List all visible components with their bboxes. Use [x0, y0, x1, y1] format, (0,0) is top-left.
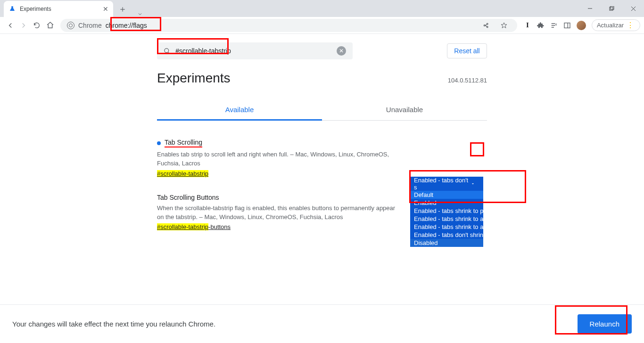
- svg-rect-2: [611, 6, 614, 9]
- flag-anchor-link[interactable]: #scrollable-tabstrip: [157, 170, 208, 177]
- modified-dot-icon: [157, 141, 161, 145]
- reset-all-button[interactable]: Reset all: [447, 43, 487, 58]
- svg-line-8: [168, 52, 170, 54]
- tab-title: Experiments: [20, 6, 51, 12]
- search-icon: [164, 48, 171, 55]
- reading-list-icon[interactable]: [547, 19, 561, 32]
- flag-description: Enables tab strip to scroll left and rig…: [157, 150, 400, 168]
- share-icon[interactable]: [479, 19, 493, 32]
- page-content: #scrollable-tabstrip ✕ Reset all Experim…: [0, 34, 644, 231]
- flag-description: When the scrollable-tabstrip flag is ena…: [157, 204, 400, 222]
- select-dropdown: Default Enabled Enabled - tabs shrink to…: [410, 191, 483, 247]
- select-option[interactable]: Disabled: [410, 239, 483, 247]
- chevron-down-icon: [471, 181, 479, 186]
- svg-rect-1: [610, 7, 613, 10]
- version-label: 104.0.5112.81: [448, 77, 487, 84]
- window-controls: [579, 0, 644, 17]
- select-option[interactable]: Enabled: [410, 199, 483, 207]
- back-button[interactable]: [4, 19, 17, 32]
- tab-unavailable[interactable]: Unavailable: [322, 100, 487, 120]
- search-value: #scrollable-tabstrip: [175, 47, 337, 55]
- toolbar: Chrome chrome://flags I Actualizar ⋮: [0, 17, 644, 34]
- svg-rect-5: [564, 23, 570, 28]
- profile-avatar[interactable]: [577, 21, 586, 30]
- tab-strip: Experiments ✕ ＋: [0, 0, 644, 17]
- home-button[interactable]: [43, 19, 57, 32]
- page-title: Experiments: [157, 71, 231, 86]
- select-option[interactable]: Default: [410, 191, 483, 199]
- flask-icon: [8, 5, 16, 13]
- flags-search[interactable]: #scrollable-tabstrip ✕: [157, 42, 353, 59]
- tab-search-icon[interactable]: [129, 11, 151, 17]
- select-option[interactable]: Enabled - tabs shrink to a medium width: [410, 215, 483, 223]
- select-option[interactable]: Enabled - tabs shrink to a large width: [410, 223, 483, 231]
- browser-tab[interactable]: Experiments ✕: [4, 1, 113, 17]
- clear-search-icon[interactable]: ✕: [337, 46, 346, 56]
- omnibox[interactable]: Chrome chrome://flags: [60, 19, 517, 32]
- close-icon[interactable]: ✕: [103, 5, 108, 13]
- flag-item: Tab Scrolling Enables tab strip to scrol…: [157, 139, 487, 178]
- side-panel-icon[interactable]: [561, 19, 574, 32]
- minimize-button[interactable]: [579, 0, 601, 17]
- update-label: Actualizar: [597, 22, 624, 29]
- flag-title: Tab Scrolling: [165, 139, 202, 147]
- relaunch-button[interactable]: Relaunch: [578, 314, 632, 334]
- close-window-button[interactable]: [622, 0, 644, 17]
- flag-anchor-link[interactable]: #scrollable-tabstrip-buttons: [157, 223, 231, 230]
- chrome-icon: [67, 22, 74, 29]
- bookmark-star-icon[interactable]: [497, 19, 511, 32]
- select-option[interactable]: Enabled - tabs don't shrink: [410, 231, 483, 239]
- extensions-icon[interactable]: [534, 19, 547, 32]
- flag-title: Tab Scrolling Buttons: [157, 194, 219, 201]
- relaunch-message: Your changes will take effect the next t…: [12, 320, 215, 328]
- relaunch-bar: Your changes will take effect the next t…: [0, 304, 644, 343]
- svg-point-7: [165, 48, 169, 52]
- maximize-button[interactable]: [601, 0, 622, 17]
- select-current[interactable]: Enabled - tabs don't s: [410, 177, 483, 191]
- tabs: Available Unavailable: [157, 100, 487, 121]
- forward-button[interactable]: [17, 19, 30, 32]
- update-button[interactable]: Actualizar ⋮: [592, 19, 640, 31]
- select-option[interactable]: Enabled - tabs shrink to pinned tab widt…: [410, 207, 483, 215]
- omnibox-url: chrome://flags: [106, 22, 147, 29]
- new-tab-button[interactable]: ＋: [116, 2, 129, 16]
- reload-button[interactable]: [30, 19, 43, 32]
- tab-available[interactable]: Available: [157, 100, 322, 121]
- extension-i-icon[interactable]: I: [521, 19, 534, 32]
- flag-select[interactable]: Enabled - tabs don't s Default Enabled E…: [410, 177, 483, 247]
- omnibox-prefix: Chrome: [78, 22, 102, 29]
